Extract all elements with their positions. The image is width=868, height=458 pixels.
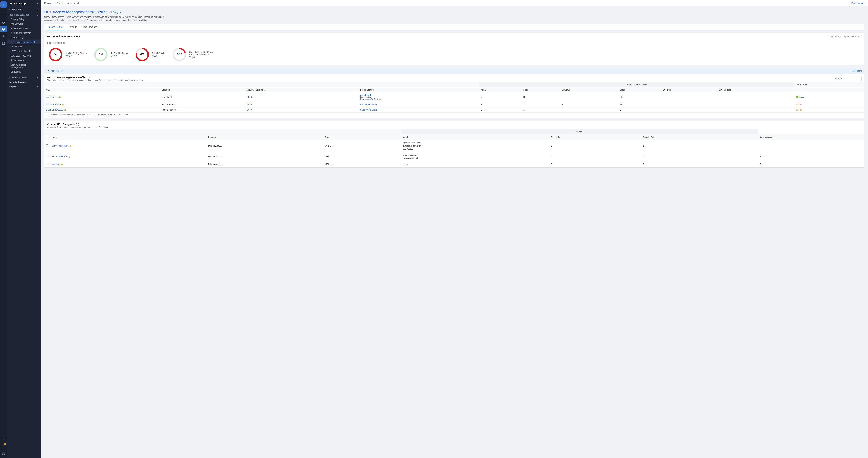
gauge-circle-4: 6/30 bbox=[173, 48, 186, 62]
lock-icon: 🔒 bbox=[64, 109, 66, 111]
custom-url-name-link[interactable]: Crown-Jewl-Apps bbox=[52, 145, 68, 147]
profile-group-link[interactable]: Sales Profile Group bbox=[360, 109, 477, 111]
title-dropdown-chevron[interactable]: ▾ bbox=[119, 11, 121, 14]
tab-best-practices[interactable]: Best Practices bbox=[80, 24, 100, 30]
security-rules-link[interactable]: 16 / 30 bbox=[247, 96, 253, 98]
cell-security-rules: 1 / 30 bbox=[245, 102, 359, 107]
page-title-link[interactable]: Explicit Proxy bbox=[95, 10, 118, 14]
profiles-table-row: Block-Eng-Access 🔒 Prisma Access 1 / 30 … bbox=[44, 107, 864, 113]
custom-url-name-link[interactable]: Ericom-URL-RBI bbox=[52, 155, 67, 158]
profile-group-link[interactable]: best-practice bbox=[360, 96, 477, 98]
gauge-circle-3: 4/5 bbox=[135, 48, 149, 62]
profile-group-link[interactable]: m-prof-grp-1 bbox=[360, 94, 477, 96]
apps-nav-icon[interactable] bbox=[0, 450, 7, 457]
select-all-checkbox[interactable] bbox=[46, 136, 49, 138]
push-config-chevron: ▾ bbox=[863, 2, 865, 4]
gauge-link-3[interactable]: View > bbox=[152, 55, 165, 57]
sidebar-item-decryption[interactable]: Decryption bbox=[7, 70, 41, 74]
sidebar-item-anti-spyware[interactable]: Anti-Spyware bbox=[7, 22, 41, 26]
th-custom-decryption: Decryption bbox=[549, 134, 641, 140]
row-checkbox[interactable] bbox=[46, 144, 49, 147]
analytics-nav-icon[interactable] bbox=[0, 33, 7, 39]
page-title: URL Access Management for Explicit Proxy… bbox=[44, 10, 865, 15]
cell-custom-type: URL List bbox=[323, 152, 401, 161]
gauge-link-1[interactable]: View > bbox=[65, 55, 87, 57]
sidebar: Service Setup ▾ Configuration ▴ Security… bbox=[7, 0, 41, 458]
cell-custom-location: Prisma Access bbox=[207, 161, 323, 167]
breadcrumb: Manage › URL Access Management bbox=[44, 2, 79, 4]
tab-access-control[interactable]: Access Control bbox=[45, 24, 66, 30]
gauge-profiles-failing: 4/4 Profiles Failing Checks View > bbox=[49, 48, 87, 62]
sidebar-network-services[interactable]: Network Services ▾ bbox=[7, 75, 41, 80]
th-bpa-verdict2 bbox=[794, 87, 864, 92]
profile-name-link[interactable]: best-practice bbox=[46, 96, 58, 98]
logo-icon[interactable]: ▲ bbox=[0, 1, 7, 8]
sidebar-item-data-loss[interactable]: Data Loss Prevention bbox=[7, 54, 41, 58]
row-checkbox[interactable] bbox=[46, 155, 49, 158]
profile-group-link[interactable]: Engineering Profile Grou bbox=[360, 98, 477, 100]
cell-continue bbox=[560, 92, 618, 102]
cell-custom-decryption: 0 bbox=[549, 140, 641, 152]
profiles-table-row: RBI-URL-Profile 🔒 Prisma Access 1 / 30 R… bbox=[44, 102, 864, 107]
cell-custom-decryption: 0 bbox=[549, 161, 641, 167]
cell-custom-security: 0 bbox=[641, 152, 758, 161]
add-filter-button[interactable]: ▼ Add New Filter bbox=[47, 69, 64, 72]
cell-custom-name: Crown-Jewl-Apps🔒 bbox=[50, 140, 207, 152]
home-nav-icon[interactable] bbox=[0, 12, 7, 18]
sidebar-item-dns-security[interactable]: DNS Security bbox=[7, 35, 41, 40]
security-rules-link[interactable]: 1 / 30 bbox=[247, 103, 252, 106]
filter-bar: ▼ Add New Filter Reset Filters bbox=[44, 68, 865, 74]
push-config-button[interactable]: Push Config ▾ bbox=[851, 2, 865, 4]
th-location: Location bbox=[160, 87, 245, 92]
cell-checkbox bbox=[44, 161, 50, 167]
cell-allow: 3 bbox=[479, 107, 522, 113]
lock-icon: 🔒 bbox=[69, 145, 71, 147]
th-continue: Continue bbox=[560, 87, 618, 92]
sidebar-item-file-blocking[interactable]: File Blocking bbox=[7, 45, 41, 49]
alerts-nav-icon[interactable] bbox=[0, 19, 7, 25]
sidebar-item-vulnerability-protection[interactable]: Vulnerability Protection bbox=[7, 26, 41, 31]
sidebar-item-profile-groups[interactable]: Profile Groups bbox=[7, 58, 41, 63]
profile-checks-label: PROFILE CHECKS bbox=[44, 40, 864, 45]
reset-filters-button[interactable]: Reset Filters bbox=[850, 70, 862, 72]
docs-nav-icon[interactable] bbox=[0, 40, 7, 46]
svg-rect-8 bbox=[4, 452, 5, 453]
cell-checkbox bbox=[44, 140, 50, 152]
last-checked: Last checked: 2021-Aug-19 12:46:15 PDT bbox=[826, 35, 862, 37]
gauge-label-4: Security Rules Not Using Best Practice P… bbox=[189, 51, 217, 58]
gauge-link-4[interactable]: View > bbox=[189, 56, 217, 58]
tab-settings[interactable]: Settings bbox=[66, 24, 80, 30]
match-value: *.com bbox=[403, 163, 548, 166]
sidebar-configuration[interactable]: Configuration ▴ bbox=[7, 7, 41, 12]
cell-custom-match: *.com bbox=[401, 161, 549, 167]
breadcrumb-manage[interactable]: Manage bbox=[44, 2, 52, 4]
security-services-label[interactable]: Security Services ▴ bbox=[7, 13, 41, 17]
gauge-link-2[interactable]: View > bbox=[111, 55, 128, 57]
profile-group-link[interactable]: RBI-Sec-Profile-Grp bbox=[360, 103, 477, 106]
user-nav-icon[interactable]: 11 bbox=[0, 442, 7, 448]
sidebar-objects[interactable]: Objects ▾ bbox=[7, 84, 41, 89]
sidebar-identity-services[interactable]: Identity Services ▾ bbox=[7, 80, 41, 84]
svg-rect-7 bbox=[2, 452, 3, 453]
best-practice-collapse-icon[interactable]: ▴ bbox=[79, 35, 80, 38]
tabs-container: Access Control Settings Best Practices bbox=[44, 24, 865, 30]
sidebar-item-saas-app[interactable]: SaaS Application Management bbox=[7, 63, 41, 70]
match-value: id.atlassian.com/login bbox=[403, 144, 548, 148]
security-rules-link[interactable]: 1 / 30 bbox=[247, 109, 252, 111]
sidebar-item-wildfire-antivirus[interactable]: WildFire and Antivirus bbox=[7, 31, 41, 35]
cell-alert: 51 bbox=[522, 102, 560, 107]
profiles-search-input[interactable] bbox=[830, 77, 862, 81]
profile-name-link[interactable]: Block-Eng-Access bbox=[46, 109, 63, 111]
profiles-table-header: URL Access Management Profiles (5) The p… bbox=[47, 76, 145, 81]
row-checkbox[interactable] bbox=[46, 163, 49, 165]
cell-continue bbox=[560, 107, 618, 113]
help-nav-icon[interactable] bbox=[0, 435, 7, 441]
sidebar-service-setup[interactable]: Service Setup ▾ bbox=[7, 0, 41, 7]
cell-custom-match: ericomcloud.net*.ericomcloud.net bbox=[401, 152, 549, 161]
custom-url-name-link[interactable]: Wildcard bbox=[52, 163, 60, 166]
sidebar-item-url-access[interactable]: URL Access Management bbox=[7, 40, 41, 45]
settings-nav-icon[interactable] bbox=[0, 26, 7, 32]
profile-name-link[interactable]: RBI-URL-Profile bbox=[46, 103, 61, 106]
sidebar-item-http-header[interactable]: HTTP Header Insertion bbox=[7, 49, 41, 54]
sidebar-item-security-policy[interactable]: Security Policy bbox=[7, 17, 41, 22]
